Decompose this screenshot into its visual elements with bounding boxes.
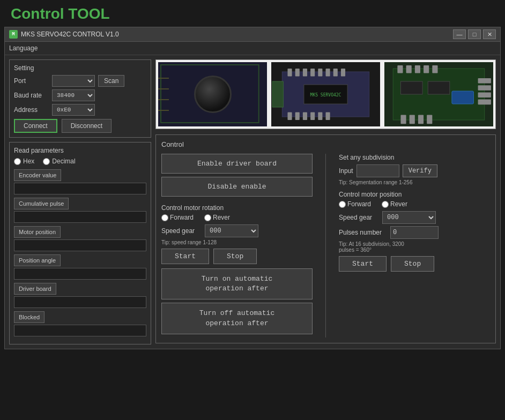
position-forward-label[interactable]: Forward [339, 200, 371, 208]
svg-rect-41 [478, 100, 491, 105]
column-divider [325, 154, 326, 338]
hw-image-2: MKS SERVO42C [271, 62, 380, 126]
outer-title-bar: Control TOOL [0, 0, 505, 27]
svg-rect-29 [424, 65, 429, 73]
read-params-title: Read parameters [14, 147, 146, 154]
speed-gear-label1: Speed gear [161, 227, 202, 235]
blocked-button[interactable]: Blocked [14, 311, 44, 323]
main-content: Setting Port Scan Baud rate 38400 Addres… [5, 55, 500, 349]
encoder-block: Encoder value [14, 169, 146, 194]
verify-button[interactable]: Verify [403, 164, 437, 177]
stop-button1[interactable]: Stop [213, 249, 257, 264]
decimal-radio[interactable] [43, 158, 50, 165]
svg-rect-31 [400, 81, 422, 94]
svg-rect-34 [400, 115, 406, 124]
window-controls: — □ ✕ [453, 29, 496, 39]
motor-rotation-title: Control motor rotation [161, 204, 313, 212]
svg-rect-16 [295, 112, 300, 120]
disconnect-button[interactable]: Disconnect [62, 119, 112, 133]
speed-gear-select1[interactable]: 000 [205, 224, 258, 237]
svg-rect-11 [318, 69, 322, 76]
hw1-svg [158, 62, 267, 126]
enable-driver-button[interactable]: Enable driver board [161, 154, 313, 174]
close-button[interactable]: ✕ [483, 29, 496, 39]
position-angle-button[interactable]: Position angle [14, 254, 61, 266]
stop-button2[interactable]: Stop [391, 256, 434, 272]
pulses-input[interactable] [390, 226, 439, 239]
motor-pos-input[interactable] [14, 239, 146, 251]
position-direction-row: Forward Rever [339, 200, 490, 208]
motor-pos-block: Motor position [14, 226, 146, 251]
scan-button[interactable]: Scan [98, 75, 124, 87]
encoder-input[interactable] [14, 183, 146, 194]
svg-rect-9 [303, 69, 307, 76]
port-row: Port Scan [14, 75, 146, 87]
control-title: Control [161, 140, 490, 148]
motor-pos-button[interactable]: Motor position [14, 226, 61, 238]
svg-rect-38 [478, 78, 491, 84]
encoder-button[interactable]: Encoder value [14, 169, 61, 181]
motor-pos-title: Control motor position [339, 191, 490, 198]
disable-enable-button[interactable]: Disable enable [161, 177, 313, 197]
blocked-block: Blocked [14, 311, 146, 336]
language-menu[interactable]: Language [9, 44, 38, 52]
svg-rect-20 [326, 112, 330, 120]
rotation-forward-label[interactable]: Forward [161, 214, 194, 221]
hex-radio[interactable] [14, 158, 21, 165]
position-rever-label[interactable]: Rever [382, 200, 407, 208]
driver-board-input[interactable] [14, 296, 146, 308]
control-left: Enable driver board Disable enable Contr… [161, 154, 313, 338]
control-right: Set any subdivision Input Verify Tip: Se… [339, 154, 490, 338]
speed-gear-row2: Speed gear 000 [339, 211, 490, 224]
input-verify-row: Input Verify [339, 164, 490, 177]
baud-select[interactable]: 38400 [52, 89, 95, 101]
rotation-rever-label[interactable]: Rever [204, 214, 230, 221]
decimal-label[interactable]: Decimal [43, 158, 75, 165]
cumulative-input[interactable] [14, 211, 146, 223]
control-columns: Enable driver board Disable enable Contr… [161, 154, 490, 338]
cumulative-block: Cumulative pulse [14, 198, 146, 223]
pulses-label: Pulses number [339, 229, 387, 236]
baud-label: Baud rate [14, 92, 49, 99]
read-params-section: Read parameters Hex Decimal Encoder valu… [9, 142, 151, 344]
svg-rect-18 [310, 112, 315, 120]
svg-rect-13 [333, 69, 338, 76]
main-window: M MKS SERVO42C CONTROL V1.0 — □ ✕ Langua… [4, 27, 501, 349]
pulse-tip: Tip: At 16 subdivision, 3200 pulses = 36… [339, 241, 490, 253]
port-label: Port [14, 77, 49, 85]
pulses-row: Pulses number [339, 226, 490, 239]
position-rever-radio[interactable] [382, 201, 389, 208]
blocked-input[interactable] [14, 325, 146, 336]
cumulative-button[interactable]: Cumulative pulse [14, 198, 69, 209]
auto-off-button[interactable]: Turn off automatic operation after [161, 303, 313, 334]
baud-row: Baud rate 38400 [14, 89, 146, 101]
rotation-rever-radio[interactable] [204, 214, 211, 221]
port-select[interactable] [52, 75, 95, 87]
address-row: Address 0xE0 [14, 104, 146, 116]
position-forward-radio[interactable] [339, 201, 346, 208]
connect-button[interactable]: Connect [14, 119, 57, 133]
subdivision-title: Set any subdivision [339, 154, 490, 161]
rotation-forward-radio[interactable] [161, 214, 168, 221]
maximize-button[interactable]: □ [468, 29, 481, 39]
start-button1[interactable]: Start [161, 249, 209, 264]
auto-on-button[interactable]: Turn on automatic operation after [161, 268, 313, 299]
driver-board-button[interactable]: Driver board [14, 283, 56, 295]
address-select[interactable]: 0xE0 [52, 104, 95, 116]
hex-label[interactable]: Hex [14, 158, 34, 165]
control-section: Control Enable driver board Disable enab… [155, 134, 496, 343]
svg-rect-17 [303, 112, 307, 120]
minimize-button[interactable]: — [453, 29, 466, 39]
subdivision-input[interactable] [357, 164, 399, 177]
window-icon: M [9, 30, 18, 39]
svg-rect-39 [478, 85, 491, 91]
start-button2[interactable]: Start [339, 256, 387, 272]
speed-gear-select2[interactable]: 000 [382, 211, 436, 224]
position-angle-input[interactable] [14, 268, 146, 280]
svg-rect-35 [410, 115, 415, 124]
svg-rect-40 [478, 92, 491, 98]
svg-rect-32 [428, 81, 450, 94]
hex-decimal-row: Hex Decimal [14, 158, 146, 165]
app-title: Control TOOL [11, 5, 494, 22]
hw1-graphic [158, 62, 267, 126]
